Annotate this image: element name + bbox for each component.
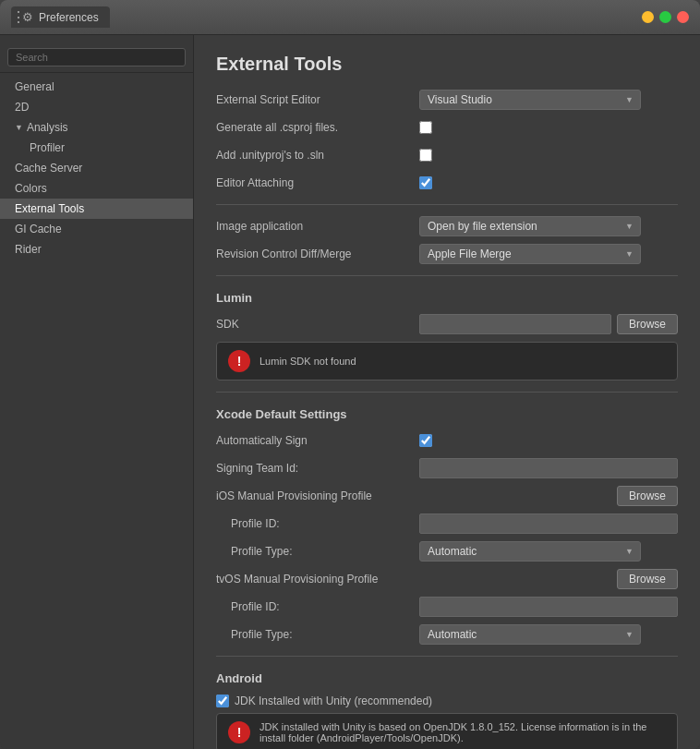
lumin-sdk-input[interactable] xyxy=(419,314,611,334)
content-area: General 2D ▼ Analysis Profiler Cache Ser… xyxy=(0,35,700,749)
lumin-warning-text: Lumin SDK not found xyxy=(259,356,356,367)
sidebar-item-2d[interactable]: 2D xyxy=(0,97,193,117)
main-panel: External Tools External Script Editor Vi… xyxy=(194,35,700,749)
ios-profile-id-label: Profile ID: xyxy=(231,517,419,530)
window-title: Preferences xyxy=(39,11,99,24)
search-bar xyxy=(0,42,193,73)
revision-control-dropdown[interactable]: Apple File Merge xyxy=(419,244,641,264)
android-info-box: ! JDK installed with Unity is based on O… xyxy=(216,713,678,749)
lumin-section-header: Lumin xyxy=(216,291,678,305)
ios-profile-type-dropdown-wrapper: Automatic xyxy=(419,541,641,562)
tvos-profile-id-input[interactable] xyxy=(419,597,678,617)
lumin-sdk-row: SDK Browse xyxy=(216,314,678,334)
jdk-installed-label: JDK Installed with Unity (recommended) xyxy=(235,695,432,707)
lumin-browse-button[interactable]: Browse xyxy=(617,314,678,334)
android-info-text: JDK installed with Unity is based on Ope… xyxy=(259,721,666,743)
tvos-profile-id-label: Profile ID: xyxy=(231,600,419,613)
revision-control-label: Revision Control Diff/Merge xyxy=(216,248,419,260)
editor-attaching-label: Editor Attaching xyxy=(216,176,419,189)
sidebar-item-analysis[interactable]: ▼ Analysis xyxy=(0,117,193,138)
ios-profile-type-dropdown[interactable]: Automatic xyxy=(419,541,641,562)
android-info-icon: ! xyxy=(228,721,250,743)
generate-csproj-checkbox[interactable] xyxy=(419,121,432,134)
lumin-warning-icon: ! xyxy=(228,350,250,372)
auto-sign-row: Automatically Sign xyxy=(216,430,678,451)
external-script-editor-row: External Script Editor Visual Studio xyxy=(216,90,678,110)
image-application-row: Image application Open by file extension xyxy=(216,216,678,236)
generate-csproj-row: Generate all .csproj files. xyxy=(216,117,678,138)
more-icon[interactable]: ⋮ xyxy=(11,8,26,26)
divider-1 xyxy=(216,204,678,205)
tvos-profile-type-dropdown-wrapper: Automatic xyxy=(419,624,641,645)
ios-profile-row: iOS Manual Provisioning Profile Browse xyxy=(216,486,678,506)
external-script-editor-dropdown-wrapper: Visual Studio xyxy=(419,90,641,110)
revision-control-row: Revision Control Diff/Merge Apple File M… xyxy=(216,244,678,264)
add-unityprojsln-label: Add .unityproj's to .sln xyxy=(216,149,419,162)
divider-3 xyxy=(216,392,678,393)
external-script-editor-dropdown[interactable]: Visual Studio xyxy=(419,90,641,110)
preferences-window: ⋮ ⚙ Preferences General 2D ▼ An xyxy=(0,0,700,749)
editor-attaching-row: Editor Attaching xyxy=(216,173,678,193)
ios-profile-label: iOS Manual Provisioning Profile xyxy=(216,489,419,502)
tvos-profile-row: tvOS Manual Provisioning Profile Browse xyxy=(216,569,678,589)
ios-browse-button[interactable]: Browse xyxy=(617,486,678,506)
tvos-profile-label: tvOS Manual Provisioning Profile xyxy=(216,573,419,586)
image-application-label: Image application xyxy=(216,220,419,233)
maximize-button[interactable] xyxy=(659,11,671,23)
window-controls xyxy=(642,11,689,23)
search-input[interactable] xyxy=(7,48,186,66)
signing-team-row: Signing Team Id: xyxy=(216,458,678,478)
xcode-section-header: Xcode Default Settings xyxy=(216,407,678,421)
add-unityprojsln-checkbox[interactable] xyxy=(419,149,432,162)
tvos-profile-type-label: Profile Type: xyxy=(231,628,419,641)
ios-profile-id-row: Profile ID: xyxy=(216,513,678,534)
title-tab: ⚙ Preferences xyxy=(11,6,110,28)
auto-sign-label: Automatically Sign xyxy=(216,434,419,447)
tvos-profile-type-dropdown[interactable]: Automatic xyxy=(419,624,641,645)
expand-icon: ▼ xyxy=(15,123,23,132)
titlebar: ⋮ ⚙ Preferences xyxy=(0,0,700,35)
jdk-installed-row: JDK Installed with Unity (recommended) xyxy=(216,695,678,707)
tvos-browse-button[interactable]: Browse xyxy=(617,569,678,589)
android-section-header: Android xyxy=(216,671,678,685)
jdk-installed-checkbox[interactable] xyxy=(216,695,229,707)
sidebar-item-gi-cache[interactable]: GI Cache xyxy=(0,219,193,239)
image-application-dropdown[interactable]: Open by file extension xyxy=(419,216,641,236)
external-script-editor-label: External Script Editor xyxy=(216,93,419,106)
divider-2 xyxy=(216,275,678,276)
tvos-profile-type-row: Profile Type: Automatic xyxy=(216,624,678,645)
generate-csproj-label: Generate all .csproj files. xyxy=(216,121,419,134)
ios-profile-id-input[interactable] xyxy=(419,513,678,534)
add-unityprojsln-row: Add .unityproj's to .sln xyxy=(216,145,678,165)
minimize-button[interactable] xyxy=(642,11,654,23)
sidebar-item-rider[interactable]: Rider xyxy=(0,239,193,260)
signing-team-label: Signing Team Id: xyxy=(216,462,419,475)
image-application-dropdown-wrapper: Open by file extension xyxy=(419,216,641,236)
ios-profile-type-label: Profile Type: xyxy=(231,545,419,558)
sidebar: General 2D ▼ Analysis Profiler Cache Ser… xyxy=(0,35,194,749)
revision-control-dropdown-wrapper: Apple File Merge xyxy=(419,244,641,264)
divider-4 xyxy=(216,656,678,657)
signing-team-input[interactable] xyxy=(419,458,678,478)
lumin-sdk-label: SDK xyxy=(216,318,419,331)
sidebar-item-cache-server[interactable]: Cache Server xyxy=(0,158,193,178)
close-button[interactable] xyxy=(677,11,689,23)
tvos-profile-id-row: Profile ID: xyxy=(216,597,678,617)
lumin-warning-box: ! Lumin SDK not found xyxy=(216,342,678,381)
sidebar-item-profiler[interactable]: Profiler xyxy=(0,138,193,158)
ios-profile-type-row: Profile Type: Automatic xyxy=(216,541,678,562)
page-title: External Tools xyxy=(216,54,678,75)
auto-sign-checkbox[interactable] xyxy=(419,434,432,447)
sidebar-item-general[interactable]: General xyxy=(0,77,193,97)
editor-attaching-checkbox[interactable] xyxy=(419,176,432,189)
sidebar-item-colors[interactable]: Colors xyxy=(0,178,193,199)
sidebar-item-external-tools[interactable]: External Tools xyxy=(0,199,193,219)
